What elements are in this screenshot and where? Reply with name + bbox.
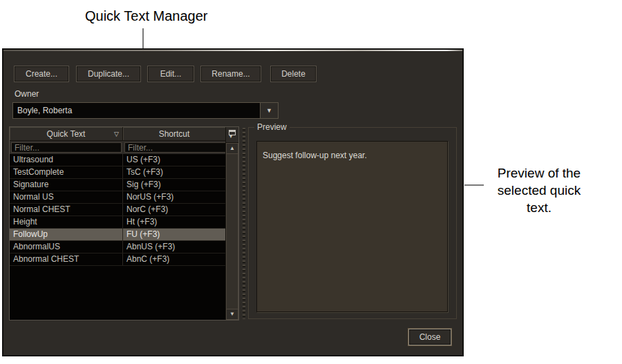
owner-dropdown-button[interactable]: ▼ <box>260 103 278 118</box>
triangle-up-icon: ▲ <box>229 146 235 151</box>
table-row[interactable]: SignatureSig (+F3) <box>10 179 225 191</box>
column-header-shortcut[interactable]: Shortcut <box>123 127 225 140</box>
column-chooser-button[interactable]: ▾ <box>226 127 238 142</box>
preview-text: Suggest follow-up next year. <box>257 142 447 170</box>
chevron-down-icon: ▾ <box>229 134 232 140</box>
cell-quick-text[interactable]: Signature <box>10 179 123 191</box>
cell-quick-text[interactable]: Ultrasound <box>10 154 123 166</box>
cell-shortcut[interactable]: TsC (+F3) <box>123 166 225 178</box>
grid-main: Quick Text ▽ Shortcut UltrasoundUS (+F3)… <box>10 127 225 320</box>
cell-shortcut[interactable]: AbnUS (+F3) <box>123 241 225 253</box>
vertical-scrollbar[interactable]: ▲ ▼ <box>226 142 238 320</box>
table-row[interactable]: Normal CHESTNorC (+F3) <box>10 204 225 216</box>
create-button[interactable]: Create... <box>14 66 69 82</box>
splitter-handle[interactable] <box>241 126 247 320</box>
cell-shortcut[interactable]: Ht (+F3) <box>123 216 225 228</box>
callout-line-vertical <box>142 28 144 48</box>
column-header-label: Shortcut <box>159 129 190 139</box>
quick-text-grid: Quick Text ▽ Shortcut UltrasoundUS (+F3)… <box>9 126 239 320</box>
duplicate-button[interactable]: Duplicate... <box>76 66 141 82</box>
scroll-up-button[interactable]: ▲ <box>226 143 238 154</box>
cell-shortcut[interactable]: AbnC (+F3) <box>123 253 225 265</box>
table-row[interactable]: UltrasoundUS (+F3) <box>10 154 225 166</box>
callout-line-horizontal <box>464 184 484 186</box>
column-header-label: Quick Text <box>47 129 86 139</box>
grid-header: Quick Text ▽ Shortcut <box>10 127 225 141</box>
owner-selected-value[interactable]: Boyle, Roberta <box>13 103 260 118</box>
triangle-down-icon: ▼ <box>229 312 235 317</box>
sort-descending-icon: ▽ <box>114 127 119 141</box>
shortcut-filter-input[interactable] <box>124 142 238 153</box>
chevron-down-icon: ▼ <box>266 108 272 114</box>
owner-label: Owner <box>15 89 39 99</box>
cell-quick-text[interactable]: Height <box>10 216 123 228</box>
cell-quick-text[interactable]: Normal US <box>10 191 123 203</box>
scrollbar-thumb[interactable] <box>226 154 238 309</box>
cell-quick-text[interactable]: TestComplete <box>10 166 123 178</box>
dialog-top-highlight <box>3 50 462 51</box>
table-row[interactable]: HeightHt (+F3) <box>10 216 225 229</box>
cell-quick-text[interactable]: FollowUp <box>10 229 123 240</box>
grid-side-strip: ▾ ▲ ▼ <box>225 127 238 320</box>
preview-textarea[interactable]: Suggest follow-up next year. <box>256 141 448 312</box>
cell-shortcut[interactable]: US (+F3) <box>123 154 225 166</box>
table-row[interactable]: Abnormal CHESTAbnC (+F3) <box>10 253 225 266</box>
table-row[interactable]: AbnormalUSAbnUS (+F3) <box>10 241 225 253</box>
table-row[interactable]: FollowUpFU (+F3) <box>10 229 225 241</box>
annotation-title: Quick Text Manager <box>85 8 208 24</box>
owner-combobox[interactable]: Boyle, Roberta ▼ <box>12 102 279 119</box>
delete-button[interactable]: Delete <box>270 66 317 82</box>
grid-filter-row <box>10 141 225 154</box>
quick-text-filter-input[interactable] <box>11 142 122 153</box>
preview-group-label: Preview <box>254 122 290 132</box>
page: Quick Text Manager Create... Duplicate..… <box>0 0 622 364</box>
table-row[interactable]: TestCompleteTsC (+F3) <box>10 166 225 179</box>
annotation-preview: Preview of the selected quick text. <box>484 164 594 216</box>
quick-text-manager-dialog: Create... Duplicate... Edit... Rename...… <box>2 48 464 356</box>
cell-shortcut[interactable]: NorUS (+F3) <box>123 191 225 203</box>
column-header-quick-text[interactable]: Quick Text ▽ <box>10 127 123 140</box>
cell-quick-text[interactable]: AbnormalUS <box>10 241 123 253</box>
cell-shortcut[interactable]: NorC (+F3) <box>123 204 225 215</box>
cell-quick-text[interactable]: Normal CHEST <box>10 204 123 215</box>
cell-shortcut[interactable]: Sig (+F3) <box>123 179 225 191</box>
cell-shortcut[interactable]: FU (+F3) <box>123 229 225 240</box>
cell-quick-text[interactable]: Abnormal CHEST <box>10 253 123 265</box>
close-button[interactable]: Close <box>408 328 452 346</box>
scroll-down-button[interactable]: ▼ <box>226 309 238 320</box>
grid-body-rows: UltrasoundUS (+F3)TestCompleteTsC (+F3)S… <box>10 154 225 320</box>
edit-button[interactable]: Edit... <box>147 66 194 82</box>
preview-groupbox: Preview Suggest follow-up next year. <box>248 127 457 319</box>
table-row[interactable]: Normal USNorUS (+F3) <box>10 191 225 204</box>
rename-button[interactable]: Rename... <box>200 66 261 82</box>
